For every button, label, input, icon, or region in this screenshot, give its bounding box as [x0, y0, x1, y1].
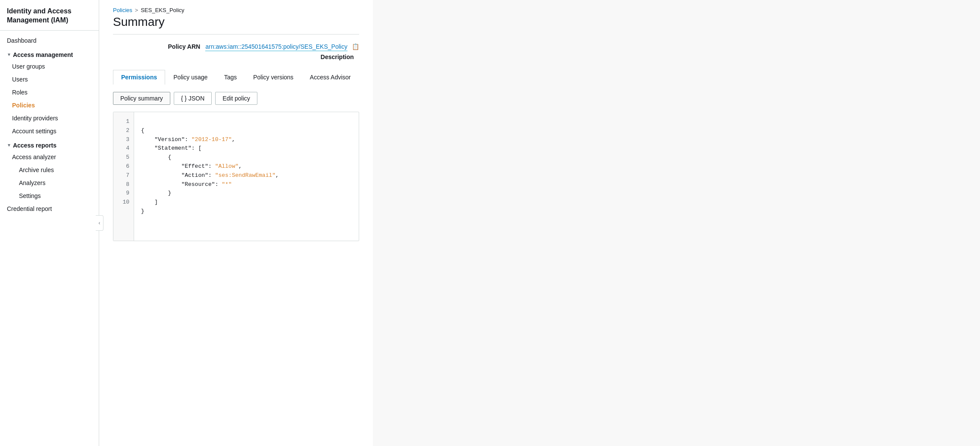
line-num-7: 7	[118, 171, 129, 180]
chevron-down-icon: ▼	[7, 143, 11, 148]
line-num-2: 2	[118, 126, 129, 135]
line-num-6: 6	[118, 162, 129, 171]
description-row: Description	[302, 53, 359, 60]
breadcrumb-separator: >	[135, 7, 138, 13]
arn-value: arn:aws:iam::254501641575:policy/SES_EKS…	[205, 43, 359, 50]
sidebar-item-analyzers[interactable]: Analyzers	[0, 176, 99, 189]
edit-policy-button[interactable]: Edit policy	[215, 92, 257, 105]
sidebar-item-archive-rules[interactable]: Archive rules	[0, 163, 99, 176]
code-content[interactable]: { "Version": "2012-10-17", "Statement": …	[134, 112, 359, 241]
sidebar-item-users[interactable]: Users	[0, 73, 99, 86]
sub-toolbar: Policy summary { } JSON Edit policy	[113, 92, 359, 105]
code-editor: 1 2 3 4 5 6 7 8 9 10 { "Version": "2012-…	[113, 112, 359, 241]
sidebar-item-dashboard[interactable]: Dashboard	[0, 34, 99, 47]
app-title: Identity and Access Management (IAM)	[7, 7, 92, 25]
breadcrumb: Policies > SES_EKS_Policy	[113, 7, 359, 13]
tab-access-advisor[interactable]: Access Advisor	[302, 70, 359, 85]
policy-summary-button[interactable]: Policy summary	[113, 92, 170, 105]
line-num-9: 9	[118, 189, 129, 198]
line-num-4: 4	[118, 144, 129, 153]
sidebar-item-user-groups[interactable]: User groups	[0, 60, 99, 73]
sidebar-item-policies[interactable]: Policies	[0, 99, 99, 112]
line-numbers: 1 2 3 4 5 6 7 8 9 10	[113, 112, 134, 241]
sidebar-item-roles[interactable]: Roles	[0, 86, 99, 99]
description-label: Description	[302, 53, 354, 60]
sidebar-section-access-management: ▼ Access management	[0, 47, 99, 60]
tab-permissions[interactable]: Permissions	[113, 70, 165, 85]
tab-policy-versions[interactable]: Policy versions	[245, 70, 301, 85]
sidebar-section-access-reports: ▼ Access reports	[0, 138, 99, 151]
sidebar-item-access-analyzer[interactable]: Access analyzer	[0, 151, 99, 163]
sidebar: Identity and Access Management (IAM) Das…	[0, 0, 99, 446]
tab-tags[interactable]: Tags	[216, 70, 245, 85]
tabs: Permissions Policy usage Tags Policy ver…	[113, 69, 359, 85]
json-button[interactable]: { } JSON	[174, 92, 212, 105]
line-num-1: 1	[118, 117, 129, 126]
tab-policy-usage[interactable]: Policy usage	[165, 70, 216, 85]
sidebar-item-credential-report[interactable]: Credential report	[0, 202, 99, 215]
app-brand: Identity and Access Management (IAM)	[0, 0, 99, 31]
line-num-5: 5	[118, 153, 129, 162]
arn-text: arn:aws:iam::254501641575:policy/SES_EKS…	[205, 43, 347, 51]
arn-label: Policy ARN	[148, 43, 200, 50]
meta-section: Policy ARN arn:aws:iam::254501641575:pol…	[113, 43, 359, 60]
line-num-3: 3	[118, 135, 129, 144]
sidebar-item-settings[interactable]: Settings	[0, 189, 99, 202]
sidebar-item-account-settings[interactable]: Account settings	[0, 125, 99, 138]
sidebar-item-identity-providers[interactable]: Identity providers	[0, 112, 99, 125]
line-num-8: 8	[118, 180, 129, 189]
page-title: Summary	[113, 15, 359, 35]
sidebar-nav: Dashboard ▼ Access management User group…	[0, 31, 99, 219]
sidebar-toggle-button[interactable]: ‹	[96, 215, 103, 231]
arn-row: Policy ARN arn:aws:iam::254501641575:pol…	[148, 43, 359, 50]
breadcrumb-policies-link[interactable]: Policies	[113, 7, 132, 13]
main-content: Policies > SES_EKS_Policy Summary Policy…	[99, 0, 373, 446]
breadcrumb-current-page: SES_EKS_Policy	[141, 7, 184, 13]
chevron-down-icon: ▼	[7, 52, 11, 57]
line-num-10: 10	[118, 198, 129, 207]
copy-arn-icon[interactable]: 📋	[352, 43, 359, 50]
